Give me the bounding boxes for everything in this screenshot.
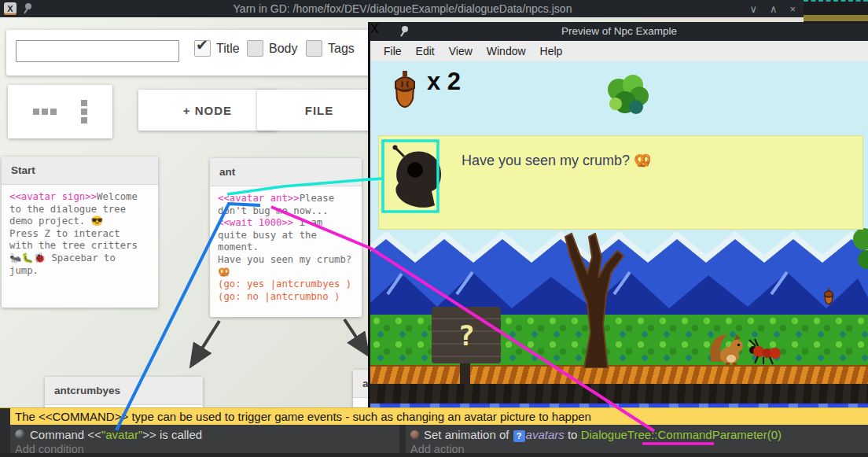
title-checkbox[interactable]: ✔	[194, 40, 211, 57]
ant-avatar-image	[392, 144, 447, 212]
menu-view[interactable]: View	[442, 45, 480, 57]
sign-question-label: ?	[458, 319, 475, 352]
tooltip-bar: The <<COMMAND>> type can be used to trig…	[0, 407, 868, 425]
preview-titlebar: X Preview of Npc Example	[370, 22, 868, 41]
background-window-bar	[804, 15, 868, 21]
game-viewport: x 2	[370, 61, 868, 407]
acorn-hud-icon	[392, 71, 417, 109]
main-titlebar: X Yarn in GD: /home/fox/DEV/dialogueExam…	[0, 0, 868, 17]
question-sign: ?	[432, 307, 501, 363]
item-count-label: x 2	[427, 68, 461, 96]
preview-menubar: File Edit View Window Help	[370, 41, 868, 61]
event-sheet: Command <<"avatar">> is called Add condi…	[0, 425, 868, 457]
filter-body-label: Body	[269, 42, 297, 56]
search-input[interactable]	[16, 40, 179, 62]
condition-icon	[15, 429, 25, 440]
node-ant[interactable]: ant <<avatar ant>>Please don't bug me no…	[210, 158, 362, 317]
checkmark-icon: ✔	[196, 36, 208, 54]
node-antcrumbyes-title[interactable]: antcrumbyes	[45, 377, 203, 405]
preview-window: X Preview of Npc Example File Edit View …	[368, 22, 868, 407]
action-column[interactable]: Set animation of ?avatars to DialogueTre…	[406, 425, 868, 457]
bush-sprite	[601, 72, 652, 120]
condition-column[interactable]: Command <<"avatar">> is called Add condi…	[10, 425, 399, 457]
vertical-layout-icon[interactable]	[81, 100, 87, 123]
tooltip-text: The <<COMMAND>> type can be used to trig…	[15, 410, 591, 423]
menu-file[interactable]: File	[377, 45, 409, 57]
dialogue-box: Have you seen my crumb? 🥨	[378, 135, 863, 230]
event-column-divider	[399, 425, 406, 457]
action-icon	[410, 430, 419, 439]
filter-title: ✔ Title	[194, 40, 240, 57]
horizontal-layout-icon[interactable]	[33, 109, 57, 115]
bottom-strip	[0, 453, 868, 457]
add-node-button[interactable]: + NODE	[138, 90, 277, 131]
tags-checkbox[interactable]	[306, 40, 322, 57]
condition-row[interactable]: Command <<"avatar">> is called	[10, 425, 399, 442]
ant-npc-sprite	[748, 338, 781, 365]
action-row[interactable]: Set animation of ?avatars to DialogueTre…	[406, 425, 868, 442]
menu-edit[interactable]: Edit	[409, 45, 442, 57]
sign-post	[460, 363, 470, 384]
rock-layer	[370, 384, 868, 404]
background-window-sliver	[804, 0, 868, 24]
event-margin	[0, 425, 10, 457]
condition-text: Command <<"avatar">> is called	[30, 428, 202, 441]
dialogue-text: Have you seen my crumb? 🥨	[462, 152, 652, 169]
filter-body: Body	[247, 40, 297, 57]
screen: X Yarn in GD: /home/fox/DEV/dialogueExam…	[0, 0, 868, 457]
minimize-icon[interactable]: ∨	[749, 3, 757, 15]
hanging-acorn-sprite	[823, 288, 834, 305]
node-start[interactable]: Start <<avatar sign>>Welcome to the dial…	[2, 157, 158, 308]
filter-tags: Tags	[306, 40, 355, 57]
window-title: Yarn in GD: /home/fox/DEV/dialogueExampl…	[0, 0, 805, 17]
menu-window[interactable]: Window	[480, 45, 533, 57]
menu-help[interactable]: Help	[533, 45, 570, 57]
preview-title: Preview of Npc Example	[370, 22, 868, 41]
close-icon[interactable]: ×	[789, 3, 796, 15]
file-button[interactable]: FILE	[257, 90, 381, 131]
node-ant-body[interactable]: <<avatar ant>>Please don't bug me now...…	[210, 186, 362, 309]
filter-tags-label: Tags	[328, 42, 355, 56]
squirrel-sprite	[708, 329, 745, 365]
tip-margin	[0, 408, 10, 425]
dead-tree-sprite	[542, 223, 636, 368]
maximize-icon[interactable]: ∧	[770, 3, 778, 15]
filter-title-label: Title	[216, 42, 240, 56]
layout-toggle-card	[8, 85, 112, 138]
action-text: Set animation of ?avatars to DialogueTre…	[424, 428, 782, 442]
body-checkbox[interactable]	[247, 40, 263, 57]
node-start-body[interactable]: <<avatar sign>>Welcome to the dialogue t…	[2, 185, 158, 283]
node-start-title[interactable]: Start	[2, 157, 158, 185]
node-ant-title[interactable]: ant	[210, 158, 362, 186]
